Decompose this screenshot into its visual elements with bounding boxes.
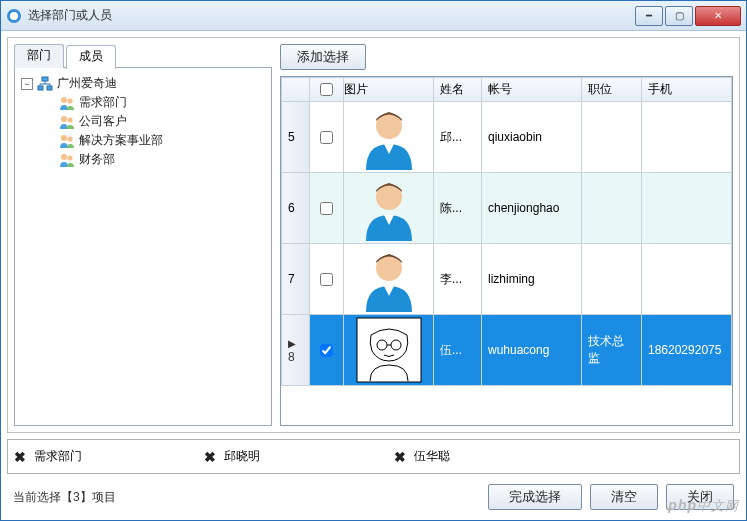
tree-node-label: 解决方案事业部 <box>79 132 163 149</box>
main-split: 部门 成员 − 广州爱奇迪 <box>7 37 740 433</box>
cell-name: 邱... <box>434 102 482 173</box>
cell-position <box>582 244 642 315</box>
cell-pic <box>344 244 434 315</box>
tree-node-label: 需求部门 <box>79 94 127 111</box>
svg-point-11 <box>61 154 67 160</box>
tree-child-node[interactable]: 财务部 <box>43 150 265 169</box>
cell-phone: 18620292075 <box>642 315 732 386</box>
minimize-button[interactable]: ━ <box>635 6 663 26</box>
svg-point-10 <box>67 136 72 141</box>
tree-leaf-spacer <box>43 154 55 166</box>
cell-name: 李... <box>434 244 482 315</box>
tree-node-label: 广州爱奇迪 <box>57 75 117 92</box>
row-checkbox-cell[interactable] <box>310 315 344 386</box>
table-row[interactable]: 5 邱... qiuxiaobin <box>282 102 732 173</box>
cell-phone <box>642 244 732 315</box>
dialog-close-button[interactable]: 关闭 <box>666 484 734 510</box>
svg-point-5 <box>61 97 67 103</box>
remove-chosen-icon[interactable]: ✖ <box>204 449 216 465</box>
people-icon <box>59 95 75 111</box>
grid-scroll[interactable]: 图片 姓名 帐号 职位 手机 5 邱... qiuxiaobin <box>281 77 732 425</box>
tree-child-node[interactable]: 需求部门 <box>43 93 265 112</box>
table-row[interactable]: ▶ 8 伍... wuhuacong 技术总监 18620292075 <box>282 315 732 386</box>
row-header: ▶ 8 <box>282 315 310 386</box>
tree-view[interactable]: − 广州爱奇迪 需求部门 公司客户 <box>14 67 272 426</box>
cell-position: 技术总监 <box>582 315 642 386</box>
tree-child-node[interactable]: 公司客户 <box>43 112 265 131</box>
cell-name: 陈... <box>434 173 482 244</box>
tree-leaf-spacer <box>43 116 55 128</box>
col-name[interactable]: 姓名 <box>434 78 482 102</box>
maximize-button[interactable]: ▢ <box>665 6 693 26</box>
row-header: 6 <box>282 173 310 244</box>
cell-account: qiuxiaobin <box>482 102 582 173</box>
svg-point-1 <box>10 12 18 20</box>
cell-phone <box>642 173 732 244</box>
cell-account: chenjionghao <box>482 173 582 244</box>
right-panel: 添加选择 图片 姓名 帐号 职位 <box>280 44 733 426</box>
tree-leaf-spacer <box>43 97 55 109</box>
expand-toggle-icon[interactable]: − <box>21 78 33 90</box>
remove-chosen-icon[interactable]: ✖ <box>14 449 26 465</box>
svg-point-7 <box>61 116 67 122</box>
remove-chosen-icon[interactable]: ✖ <box>394 449 406 465</box>
svg-rect-2 <box>42 77 48 81</box>
clear-button[interactable]: 清空 <box>590 484 658 510</box>
avatar <box>344 102 433 172</box>
tree-root-node[interactable]: − 广州爱奇迪 <box>21 74 265 93</box>
row-checkbox[interactable] <box>320 202 333 215</box>
avatar <box>344 244 433 314</box>
avatar <box>344 173 433 243</box>
col-pic[interactable]: 图片 <box>344 78 434 102</box>
avatar <box>344 315 433 385</box>
svg-rect-3 <box>38 86 43 90</box>
select-all-checkbox[interactable] <box>320 83 333 96</box>
table-row[interactable]: 6 陈... chenjionghao <box>282 173 732 244</box>
col-position[interactable]: 职位 <box>582 78 642 102</box>
svg-rect-16 <box>357 318 421 382</box>
row-header: 7 <box>282 244 310 315</box>
row-checkbox-cell[interactable] <box>310 173 344 244</box>
tree-child-node[interactable]: 解决方案事业部 <box>43 131 265 150</box>
row-checkbox-cell[interactable] <box>310 244 344 315</box>
people-icon <box>59 133 75 149</box>
finish-button[interactable]: 完成选择 <box>488 484 582 510</box>
tab-member[interactable]: 成员 <box>66 45 116 69</box>
checkbox-col-header[interactable] <box>310 78 344 102</box>
grid-header-row: 图片 姓名 帐号 职位 手机 <box>282 78 732 102</box>
cell-name: 伍... <box>434 315 482 386</box>
tab-dept[interactable]: 部门 <box>14 44 64 68</box>
row-checkbox[interactable] <box>320 131 333 144</box>
row-checkbox[interactable] <box>320 344 333 357</box>
window-title: 选择部门或人员 <box>28 7 635 24</box>
cell-position <box>582 173 642 244</box>
chosen-label: 伍华聪 <box>414 448 450 465</box>
chosen-label: 邱晓明 <box>224 448 260 465</box>
row-header: 5 <box>282 102 310 173</box>
row-checkbox-cell[interactable] <box>310 102 344 173</box>
close-window-button[interactable]: ✕ <box>695 6 741 26</box>
cell-pic <box>344 315 434 386</box>
cell-phone <box>642 102 732 173</box>
table-row[interactable]: 7 李... lizhiming <box>282 244 732 315</box>
people-icon <box>59 114 75 130</box>
add-selection-button[interactable]: 添加选择 <box>280 44 366 70</box>
cell-pic <box>344 102 434 173</box>
cell-pic <box>344 173 434 244</box>
svg-point-9 <box>61 135 67 141</box>
app-icon <box>6 8 22 24</box>
tree-node-label: 财务部 <box>79 151 115 168</box>
cell-position <box>582 102 642 173</box>
chosen-item: ✖邱晓明 <box>204 448 354 465</box>
people-icon <box>59 152 75 168</box>
col-phone[interactable]: 手机 <box>642 78 732 102</box>
chosen-label: 需求部门 <box>34 448 82 465</box>
cell-account: lizhiming <box>482 244 582 315</box>
row-checkbox[interactable] <box>320 273 333 286</box>
tree-node-label: 公司客户 <box>79 113 127 130</box>
members-grid: 图片 姓名 帐号 职位 手机 5 邱... qiuxiaobin <box>280 76 733 426</box>
tab-strip: 部门 成员 <box>14 44 272 68</box>
col-account[interactable]: 帐号 <box>482 78 582 102</box>
row-header-col <box>282 78 310 102</box>
selection-summary-box: ✖需求部门✖邱晓明✖伍华聪 <box>7 439 740 474</box>
